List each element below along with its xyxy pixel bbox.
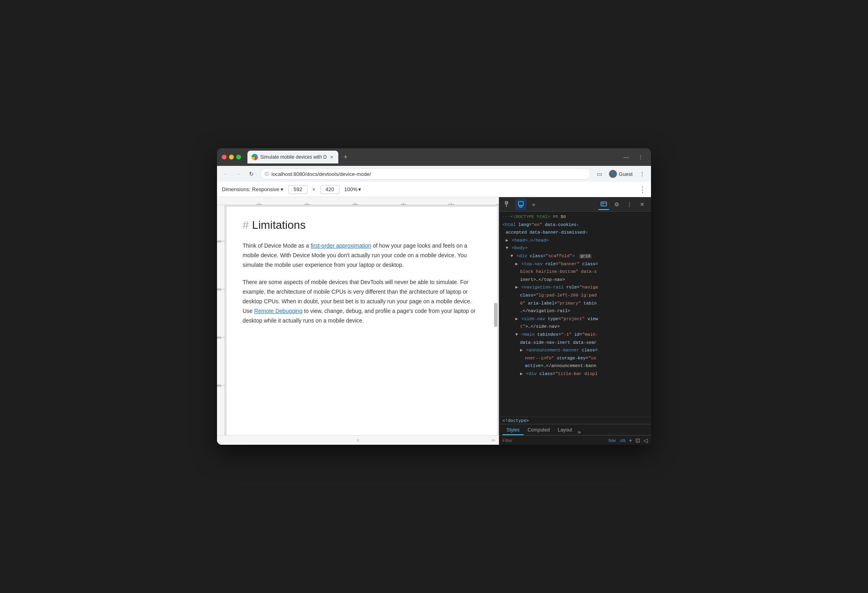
svg-rect-4 bbox=[520, 206, 522, 207]
inspect-element-button[interactable] bbox=[502, 199, 514, 210]
close-devtools-icon: ✕ bbox=[640, 201, 645, 208]
reload-icon: ↻ bbox=[249, 171, 254, 177]
dom-navrail-class: class="lg:pad-left-200 lg:pad bbox=[499, 292, 651, 300]
hov-button[interactable]: :hov bbox=[608, 438, 616, 443]
ruler-mark-400: 400 bbox=[403, 202, 404, 205]
first-order-link[interactable]: first-order approximation bbox=[311, 242, 372, 249]
width-input[interactable] bbox=[288, 185, 307, 194]
more-options-icon[interactable]: ⋮ bbox=[635, 151, 646, 163]
device-mode-icon bbox=[518, 201, 524, 208]
dom-navrail-line[interactable]: ▶ <navigation-rail role="naviga bbox=[499, 284, 651, 292]
devtools-panel: » ⚙ ⋮ ✕ bbox=[499, 197, 651, 445]
toggle-element-state-icon[interactable]: ◁ bbox=[643, 437, 648, 444]
main-split: 100 200 300 400 bbox=[217, 197, 651, 445]
active-tab[interactable]: Simulate mobile devices with D ✕ bbox=[247, 151, 338, 163]
dom-html-line[interactable]: <html lang="en" data-cookies- bbox=[499, 221, 651, 229]
browser-more-icon[interactable]: ⋮ bbox=[637, 168, 648, 180]
devtools-more-icon: ⋮ bbox=[627, 201, 632, 208]
new-style-rule-icon[interactable]: ⊡ bbox=[635, 437, 640, 444]
back-icon: ← bbox=[223, 171, 229, 177]
dom-sidenav-line[interactable]: ▶ <side-nav type="project" view bbox=[499, 315, 651, 323]
ruler-left-mark-400: 400 bbox=[222, 385, 225, 386]
dom-topnav-class: block hairline-bottom" data-s bbox=[499, 268, 651, 276]
minimize-button[interactable] bbox=[229, 155, 234, 159]
new-tab-button[interactable]: + bbox=[340, 151, 351, 163]
profile-button[interactable]: 👤 Guest bbox=[607, 169, 635, 179]
dom-main-attrs: data-side-nav-inert data-sear bbox=[499, 339, 651, 347]
dom-topnav-close: inert>…</top-nav> bbox=[499, 276, 651, 284]
elements-icon bbox=[601, 201, 607, 207]
elements-panel-button[interactable] bbox=[598, 199, 609, 210]
remote-debugging-link[interactable]: Remote Debugging bbox=[254, 308, 303, 314]
reload-button[interactable]: ↻ bbox=[246, 168, 257, 180]
edit-icon[interactable]: ✏ bbox=[492, 438, 496, 443]
browser-content: 100 200 300 400 bbox=[217, 197, 499, 445]
dom-sidenav-close: t">…</side-nav> bbox=[499, 323, 651, 331]
add-style-button[interactable]: + bbox=[629, 437, 632, 444]
ruler-left-marks: 100 200 300 400 bbox=[217, 205, 225, 435]
forward-icon: → bbox=[236, 171, 241, 177]
doctype-line[interactable]: <!doctype> bbox=[499, 417, 651, 424]
devtools-more-button[interactable]: ⋮ bbox=[624, 199, 635, 210]
tab-styles[interactable]: Styles bbox=[502, 427, 524, 435]
dom-head-line[interactable]: ▶ <head>…</head> bbox=[499, 237, 651, 245]
tab-title: Simulate mobile devices with D bbox=[260, 154, 327, 160]
tab-computed[interactable]: Computed bbox=[524, 427, 554, 435]
dom-comment-line: ···<!DOCTYPE html> == $0 bbox=[499, 213, 651, 221]
dom-tree[interactable]: ···<!DOCTYPE html> == $0 <html lang="en"… bbox=[499, 212, 651, 417]
zoom-control[interactable]: 100% ▾ bbox=[344, 186, 361, 192]
forward-button[interactable]: → bbox=[233, 168, 244, 180]
tab-area: Simulate mobile devices with D ✕ + bbox=[247, 151, 617, 163]
dom-titlebar-line[interactable]: ▶ <div class="title-bar displ bbox=[499, 370, 651, 378]
styles-filter-input[interactable] bbox=[502, 438, 605, 443]
title-bar: Simulate mobile devices with D ✕ + — ⋮ bbox=[217, 148, 651, 166]
tab-close-icon[interactable]: ✕ bbox=[329, 154, 334, 161]
ruler-top-marks: 100 200 300 400 bbox=[225, 197, 499, 205]
page-bottom-bar: ≡ ✏ bbox=[217, 435, 499, 445]
maximize-button[interactable] bbox=[236, 155, 241, 159]
height-input[interactable] bbox=[320, 185, 340, 194]
heading-hash: # bbox=[243, 219, 249, 232]
settings-button[interactable]: ⚙ bbox=[611, 199, 622, 210]
dom-announcement-line[interactable]: ▶ <announcement-banner class= bbox=[499, 347, 651, 355]
minimize-window-icon[interactable]: — bbox=[621, 151, 632, 163]
paragraph-1: Think of Device Mode as a first-order ap… bbox=[243, 241, 481, 270]
tab-more-icon[interactable]: » bbox=[578, 429, 581, 435]
inspect-icon bbox=[505, 201, 511, 208]
toolbar-more-icon[interactable]: ⋮ bbox=[639, 185, 646, 194]
dom-navrail-attrs: 0" aria-label="primary" tabin bbox=[499, 300, 651, 308]
profile-label: Guest bbox=[619, 171, 633, 177]
drag-handle-icon[interactable]: ≡ bbox=[356, 438, 359, 443]
more-panels-button[interactable]: » bbox=[528, 199, 539, 210]
devtools-tabs: Styles Computed Layout » bbox=[499, 424, 651, 436]
traffic-lights bbox=[222, 155, 241, 159]
responsive-dropdown[interactable]: Responsive ▾ bbox=[252, 186, 284, 192]
browser-window: Simulate mobile devices with D ✕ + — ⋮ ←… bbox=[217, 148, 651, 445]
filter-bar: :hov .cls + ⊡ ◁ bbox=[499, 436, 651, 445]
back-button[interactable]: ← bbox=[220, 168, 231, 180]
cast-icon[interactable]: ▭ bbox=[594, 168, 605, 180]
ruler-top: 100 200 300 400 bbox=[217, 197, 499, 205]
dom-topnav-line[interactable]: ▶ <top-nav role="banner" class= bbox=[499, 260, 651, 268]
svg-rect-5 bbox=[601, 202, 607, 206]
nav-bar: ← → ↻ ⓘ localhost:8080/docs/devtools/dev… bbox=[217, 166, 651, 182]
device-mode-button[interactable] bbox=[515, 199, 526, 210]
dom-scaffold-line[interactable]: ▼ <div class="scaffold"> grid bbox=[499, 252, 651, 260]
ruler-left-mark-300: 300 bbox=[222, 337, 225, 338]
ruler-mark-500: 500 bbox=[451, 202, 452, 205]
device-toolbar: Dimensions: Responsive ▾ × 100% ▾ ⋮ bbox=[217, 182, 651, 197]
address-bar[interactable]: ⓘ localhost:8080/docs/devtools/device-mo… bbox=[260, 168, 591, 180]
tab-layout[interactable]: Layout bbox=[554, 427, 576, 435]
dom-html-accepted: accepted data-banner-dismissed> bbox=[499, 229, 651, 237]
dom-announcement-class: nner--info" storage-key="us bbox=[499, 355, 651, 363]
cls-button[interactable]: .cls bbox=[619, 438, 626, 443]
close-devtools-button[interactable]: ✕ bbox=[637, 199, 648, 210]
close-button[interactable] bbox=[222, 155, 227, 159]
profile-avatar-icon: 👤 bbox=[609, 170, 617, 178]
lock-icon: ⓘ bbox=[265, 171, 269, 177]
page-viewport[interactable]: # Limitations Think of Device Mode as a … bbox=[225, 205, 499, 435]
scrollbar-indicator[interactable] bbox=[494, 303, 497, 327]
dom-body-line[interactable]: ▼ <body> bbox=[499, 244, 651, 252]
more-panels-icon: » bbox=[532, 201, 535, 208]
dom-main-line[interactable]: ▼ <main tabindex="-1" id="main- bbox=[499, 331, 651, 339]
